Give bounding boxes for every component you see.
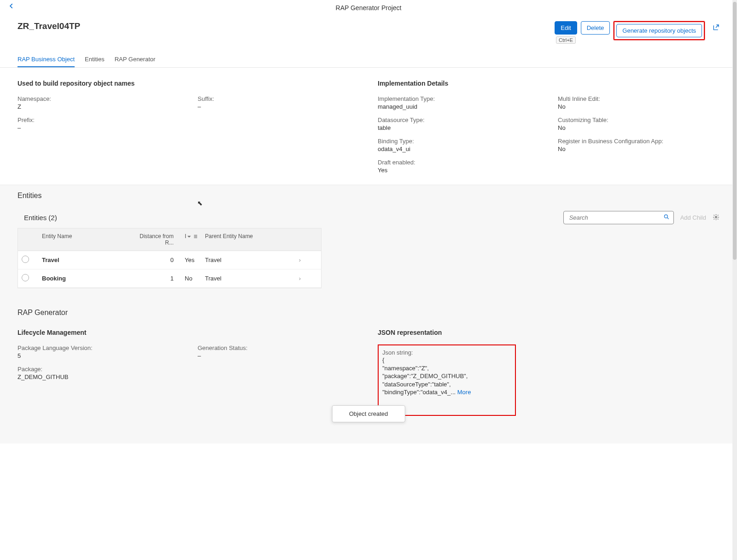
ds-type-value: table (378, 124, 539, 131)
delete-button[interactable]: Delete (581, 21, 610, 35)
lifecycle-heading: Lifecycle Management (18, 329, 359, 336)
multi-value: No (558, 103, 719, 110)
entities-table: Entity Name Distance from R... I Parent … (18, 228, 322, 288)
sort-icon (186, 233, 192, 239)
entities-section-title: Entities (18, 192, 719, 200)
col-name[interactable]: Entity Name (38, 228, 130, 251)
search-icon[interactable] (663, 214, 670, 222)
col-dist[interactable]: Distance from R... (130, 228, 181, 251)
entities-search[interactable] (563, 211, 674, 224)
add-child-button: Add Child (680, 214, 706, 221)
binding-label: Binding Type: (378, 138, 539, 145)
pkglang-label: Package Language Version: (18, 344, 179, 351)
namespace-label: Namespace: (18, 95, 179, 102)
pkg-value: Z_DEMO_GITHUB (18, 373, 179, 380)
prefix-label: Prefix: (18, 117, 179, 123)
cust-value: No (558, 124, 719, 131)
tab-rap-generator[interactable]: RAP Generator (115, 52, 156, 67)
edit-shortcut: Ctrl+E (556, 36, 576, 44)
row-flag: Yes (181, 252, 201, 268)
scrollbar-thumb[interactable] (733, 2, 737, 260)
more-link[interactable]: More (457, 389, 471, 396)
object-title: ZR_Travel04TP (18, 21, 80, 31)
suffix-value: – (198, 103, 359, 110)
highlight-generate: Generate repository objects (614, 21, 705, 40)
json-label: Json string: (382, 349, 511, 356)
draft-value: Yes (378, 167, 539, 174)
cust-label: Customizing Table: (558, 117, 719, 123)
row-dist: 1 (130, 270, 181, 286)
row-radio[interactable] (22, 274, 29, 281)
pkg-label: Package: (18, 366, 179, 373)
tabs: RAP Business Object Entities RAP Generat… (0, 52, 737, 68)
edit-button[interactable]: Edit (555, 21, 577, 35)
impl-heading: Implementation Details (378, 80, 719, 87)
json-heading: JSON representation (378, 329, 719, 336)
scrollbar[interactable] (732, 0, 737, 560)
page-title: RAP Generator Project (336, 4, 402, 12)
row-parent: Travel (201, 252, 293, 268)
toast: Object created (332, 405, 405, 422)
genstatus-value: – (198, 352, 359, 359)
row-flag: No (181, 270, 201, 286)
row-radio[interactable] (22, 256, 29, 263)
chevron-right-icon[interactable]: › (293, 252, 306, 268)
table-row[interactable]: Travel 0 Yes Travel › (18, 251, 321, 269)
share-icon[interactable] (712, 24, 719, 31)
rapgen-section-title: RAP Generator (18, 309, 719, 317)
json-body: { "namespace":"Z", "package":"Z_DEMO_GIT… (382, 356, 468, 396)
search-input[interactable] (567, 211, 663, 224)
back-icon[interactable] (8, 3, 15, 11)
reg-value: No (558, 146, 719, 152)
generate-button[interactable]: Generate repository objects (616, 24, 702, 37)
row-dist: 0 (130, 252, 181, 268)
table-row[interactable]: Booking 1 No Travel › (18, 269, 321, 288)
tab-rap-bo[interactable]: RAP Business Object (18, 52, 75, 67)
pkglang-value: 5 (18, 352, 179, 359)
entities-count: Entities (2) (24, 214, 57, 222)
ds-type-label: Datasource Type: (378, 117, 539, 123)
col-parent[interactable]: Parent Entity Name (201, 228, 293, 251)
build-heading: Used to build repository object names (18, 80, 359, 87)
filter-icon (192, 233, 198, 239)
multi-label: Multi Inline Edit: (558, 95, 719, 102)
svg-point-1 (715, 216, 717, 218)
tab-entities[interactable]: Entities (85, 52, 105, 67)
suffix-label: Suffix: (198, 95, 359, 102)
gear-icon[interactable] (713, 214, 719, 222)
reg-label: Register in Business Configuration App: (558, 138, 719, 145)
impl-type-value: managed_uuid (378, 103, 539, 110)
row-name: Travel (38, 252, 130, 268)
row-parent: Travel (201, 270, 293, 286)
svg-point-0 (664, 215, 667, 218)
toast-text: Object created (349, 410, 388, 417)
col-flag[interactable]: I (181, 228, 201, 251)
prefix-value: – (18, 124, 179, 131)
row-name: Booking (38, 270, 130, 286)
chevron-right-icon[interactable]: › (293, 270, 306, 286)
namespace-value: Z (18, 103, 179, 110)
binding-value: odata_v4_ui (378, 146, 539, 152)
impl-type-label: Implementation Type: (378, 95, 539, 102)
genstatus-label: Generation Status: (198, 344, 359, 351)
draft-label: Draft enabled: (378, 159, 539, 166)
